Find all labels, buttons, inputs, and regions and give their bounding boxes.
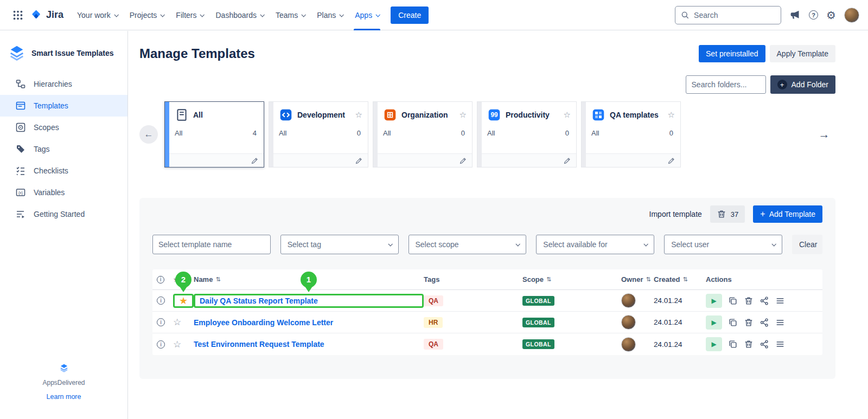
favorite-star-icon[interactable]: ☆ (173, 318, 194, 327)
edit-pencil-icon[interactable] (563, 157, 571, 165)
more-menu-icon[interactable] (775, 339, 785, 349)
filter-user-select[interactable]: Select user (664, 235, 782, 254)
sort-icon[interactable]: ⇅ (215, 276, 220, 283)
template-name-link[interactable]: Test Environment Request Template (194, 340, 424, 349)
header-name[interactable]: Name (194, 275, 213, 283)
favorite-star-icon[interactable]: ☆ (564, 110, 571, 120)
favorite-star-icon[interactable]: ★ (179, 296, 188, 306)
more-menu-icon[interactable] (775, 318, 785, 327)
sort-icon[interactable]: ⇅ (682, 276, 687, 283)
header-scope[interactable]: Scope (522, 275, 544, 283)
copy-icon[interactable] (728, 296, 738, 306)
nav-plans[interactable]: Plans (311, 0, 349, 30)
sidebar-item-checklists[interactable]: Checklists (0, 160, 127, 182)
sidebar-item-variables[interactable]: {x} Variables (0, 182, 127, 203)
tag-badge: QA (424, 339, 443, 350)
template-name-link[interactable]: Daily QA Status Report Template (200, 296, 318, 305)
edit-pencil-icon[interactable] (459, 157, 467, 165)
favorite-star-icon[interactable]: ☆ (173, 340, 194, 349)
apply-template-button[interactable]: Apply Template (770, 45, 835, 62)
nav-apps[interactable]: Apps (349, 0, 385, 30)
clear-filters-button[interactable]: Clear (792, 235, 822, 254)
edit-pencil-icon[interactable] (667, 157, 675, 165)
owner-avatar[interactable] (621, 337, 636, 352)
nav-dashboards[interactable]: Dashboards (209, 0, 270, 30)
app-switcher-icon[interactable] (9, 6, 27, 24)
appsdelivered-label: AppsDelivered (0, 379, 127, 386)
edit-pencil-icon[interactable] (355, 157, 363, 165)
search-input[interactable] (694, 11, 775, 20)
nav-filters[interactable]: Filters (170, 0, 209, 30)
nav-your-work[interactable]: Your work (71, 0, 124, 30)
folder-card-development[interactable]: Development ☆ All 0 (269, 101, 368, 167)
share-icon[interactable] (760, 339, 769, 349)
global-search[interactable] (675, 6, 781, 24)
chevron-down-icon (644, 242, 648, 246)
sidebar-item-hierarchies[interactable]: Hierarchies (0, 73, 127, 95)
table-row: i ☆ Test Environment Request Template QA… (152, 333, 822, 355)
templates-panel: Import template 37 + Add Template Select… (139, 198, 835, 379)
folder-card-organization[interactable]: Organization ☆ All 0 (373, 101, 473, 167)
apply-template-play-button[interactable]: ▶ (706, 337, 722, 351)
sidebar-item-templates[interactable]: Templates (0, 95, 127, 117)
scope-badge: GLOBAL (522, 339, 554, 349)
search-icon (681, 11, 690, 20)
sidebar-item-tags[interactable]: Tags (0, 138, 127, 160)
sort-icon[interactable]: ⇅ (546, 276, 551, 283)
info-icon[interactable]: i (157, 340, 165, 349)
add-template-button[interactable]: + Add Template (753, 205, 822, 223)
carousel-prev-button[interactable]: ← (139, 125, 158, 144)
more-menu-icon[interactable] (775, 296, 785, 306)
import-template-link[interactable]: Import template (649, 210, 702, 218)
owner-avatar[interactable] (621, 293, 636, 308)
set-preinstalled-button[interactable]: Set preinstalled (699, 45, 765, 62)
nav-teams[interactable]: Teams (270, 0, 311, 30)
search-folders-input[interactable] (686, 75, 766, 94)
all-folder-icon (175, 108, 189, 122)
folder-subtitle: All (383, 129, 391, 137)
help-icon[interactable]: ? (809, 10, 818, 20)
carousel-next-button[interactable]: → (815, 125, 833, 144)
share-icon[interactable] (760, 296, 769, 306)
template-name-link[interactable]: Employee Onboarding Welcome Letter (194, 318, 424, 327)
folder-card-productivity[interactable]: 99 Productivity ☆ All 0 (477, 101, 577, 167)
jira-logo[interactable]: Jira (30, 9, 63, 21)
favorite-star-icon[interactable]: ☆ (459, 110, 467, 120)
owner-avatar[interactable] (621, 315, 636, 330)
filter-template-name-input[interactable] (152, 235, 271, 254)
trash-bin-button[interactable]: 37 (710, 205, 745, 223)
info-icon[interactable]: i (157, 318, 165, 326)
info-icon[interactable]: i (157, 296, 165, 305)
apply-template-play-button[interactable]: ▶ (706, 315, 722, 330)
settings-gear-icon[interactable]: ⚙ (826, 10, 836, 21)
share-icon[interactable] (760, 318, 769, 327)
sidebar-item-getting-started[interactable]: Getting Started (0, 203, 127, 225)
sidebar-item-scopes[interactable]: Scopes (0, 117, 127, 138)
edit-pencil-icon[interactable] (251, 157, 259, 165)
favorite-star-icon[interactable]: ☆ (355, 110, 362, 120)
header-owner[interactable]: Owner (621, 275, 643, 283)
favorite-star-icon[interactable]: ☆ (668, 110, 675, 120)
filter-tag-select[interactable]: Select tag (280, 235, 399, 254)
nav-projects[interactable]: Projects (124, 0, 170, 30)
announcements-megaphone-icon[interactable] (789, 9, 801, 21)
filter-scope-select[interactable]: Select scope (409, 235, 527, 254)
filter-available-for-select[interactable]: Select available for (536, 235, 654, 254)
trash-icon[interactable] (744, 339, 754, 349)
trash-icon[interactable] (744, 296, 754, 306)
copy-icon[interactable] (728, 339, 738, 349)
copy-icon[interactable] (728, 318, 738, 327)
svg-text:99: 99 (490, 111, 498, 119)
sort-icon[interactable]: ⇅ (646, 276, 650, 283)
folder-card-all[interactable]: All All 4 (164, 101, 264, 167)
play-icon: ▶ (711, 297, 716, 305)
folder-card-qa-templates[interactable]: QA templates ☆ All 0 (581, 101, 681, 167)
templates-icon (15, 100, 26, 111)
apply-template-play-button[interactable]: ▶ (706, 294, 722, 308)
trash-icon[interactable] (744, 318, 754, 327)
user-avatar[interactable] (844, 8, 859, 23)
learn-more-link[interactable]: Learn more (47, 393, 81, 401)
header-created[interactable]: Created (654, 275, 680, 283)
add-folder-button[interactable]: + Add Folder (770, 75, 835, 94)
create-button[interactable]: Create (391, 7, 429, 24)
